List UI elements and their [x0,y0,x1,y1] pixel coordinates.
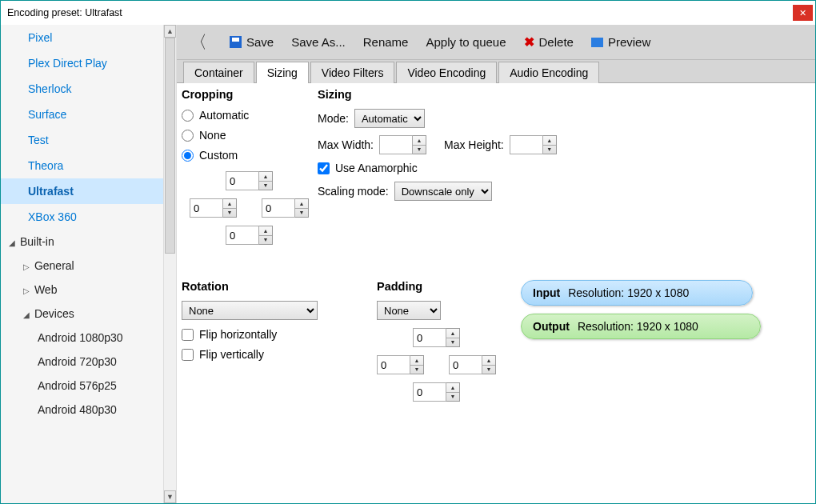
device-item[interactable]: Android 720p30 [1,350,163,374]
maxheight-label: Max Height: [444,138,504,151]
mode-select[interactable]: Automatic [354,109,425,128]
tab-sizing[interactable]: Sizing [256,62,309,83]
save-icon [230,36,242,48]
group-devices[interactable]: ◢ Devices [1,302,163,326]
padding-select[interactable]: None [377,301,441,320]
save-as-button[interactable]: Save As... [291,35,346,49]
tab-audio-encoding[interactable]: Audio Encoding [498,62,599,83]
anamorphic-checkbox[interactable] [318,162,330,174]
preview-icon [591,38,603,47]
preset-item[interactable]: XBox 360 [1,204,163,230]
window-title: Encoding preset: Ultrafast [7,7,122,18]
anamorphic-label: Use Anamorphic [335,162,418,174]
scroll-down-button[interactable]: ▼ [164,490,176,503]
crop-option-label: None [199,129,226,142]
device-item[interactable]: Android 480p30 [1,398,163,422]
maxwidth-label: Max Width: [318,138,374,151]
scroll-thumb[interactable] [165,38,175,254]
crop-right-spinner[interactable]: ▲▼ [295,198,309,218]
scroll-up-button[interactable]: ▲ [164,25,176,38]
flip-h-checkbox[interactable] [182,329,194,341]
rotation-heading: Rotation [182,280,350,293]
apply-queue-button[interactable]: Apply to queue [426,35,506,49]
crop-left-spinner[interactable]: ▲▼ [223,198,237,218]
padding-heading: Padding [377,280,537,293]
tab-video-encoding[interactable]: Video Encoding [396,62,497,83]
preset-item[interactable]: Plex Direct Play [1,50,163,76]
pad-top-spinner[interactable]: ▲▼ [446,328,460,347]
input-info-badge: Input Resolution: 1920 x 1080 [521,280,753,306]
sizing-heading: Sizing [318,88,654,101]
preset-item[interactable]: Ultrafast [1,178,163,204]
maxheight-spinner[interactable]: ▲▼ [543,135,557,154]
preset-item[interactable]: Pixel [1,25,163,50]
cropping-heading: Cropping [182,88,318,101]
crop-top-input[interactable] [226,171,259,190]
crop-top-spinner[interactable]: ▲▼ [259,171,273,190]
delete-icon: ✖ [524,37,534,47]
crop-left-input[interactable] [190,198,223,218]
preset-item[interactable]: Test [1,127,163,153]
delete-button[interactable]: ✖Delete [524,35,574,49]
maxwidth-spinner[interactable]: ▲▼ [413,135,426,154]
rename-button[interactable]: Rename [363,35,409,49]
pad-right-spinner[interactable]: ▲▼ [482,355,496,374]
pad-left-spinner[interactable]: ▲▼ [410,355,424,374]
pad-left-input[interactable] [377,355,410,374]
group-general[interactable]: ▷ General [1,254,163,278]
maxheight-input[interactable] [510,135,543,154]
output-info-badge: Output Resolution: 1920 x 1080 [521,314,761,339]
preset-item[interactable]: Theora [1,153,163,178]
preset-tree[interactable]: PixelPlex Direct PlaySherlockSurfaceTest… [1,25,163,503]
device-item[interactable]: Android 576p25 [1,374,163,398]
tab-container[interactable]: Container [183,62,254,83]
flip-v-label: Flip vertically [199,348,264,361]
pad-right-input[interactable] [449,355,482,374]
crop-custom-radio[interactable] [182,150,194,162]
mode-label: Mode: [318,112,349,125]
pad-bottom-input[interactable] [413,382,446,402]
crop-bottom-input[interactable] [226,226,259,245]
preview-button[interactable]: Preview [591,35,650,49]
close-button[interactable]: ✕ [793,5,813,21]
crop-option-label: Automatic [199,109,249,122]
builtin-group[interactable]: ◢ Built-in [1,230,163,254]
flip-v-checkbox[interactable] [182,349,194,361]
crop-none-radio[interactable] [182,130,194,142]
pad-bottom-spinner[interactable]: ▲▼ [446,382,460,402]
save-button[interactable]: Save [230,35,274,49]
crop-automatic-radio[interactable] [182,110,194,122]
maxwidth-input[interactable] [379,135,413,154]
output-resolution: 1920 x 1080 [637,320,698,333]
rotation-select[interactable]: None [182,301,318,320]
group-web[interactable]: ▷ Web [1,278,163,302]
sidebar-scrollbar[interactable]: ▲ ▼ [163,25,176,503]
flip-h-label: Flip horizontally [199,328,277,341]
device-item[interactable]: Android 1080p30 [1,326,163,350]
crop-option-label: Custom [199,149,238,162]
crop-right-input[interactable] [262,198,295,218]
pad-top-input[interactable] [413,328,446,347]
scaling-select[interactable]: Downscale only [394,182,492,201]
input-resolution: 1920 x 1080 [627,286,689,299]
preset-item[interactable]: Surface [1,102,163,127]
tab-video-filters[interactable]: Video Filters [310,62,395,83]
scaling-label: Scaling mode: [318,185,389,198]
back-button[interactable]: 〈 [185,30,212,54]
preset-item[interactable]: Sherlock [1,76,163,102]
crop-bottom-spinner[interactable]: ▲▼ [259,226,273,245]
